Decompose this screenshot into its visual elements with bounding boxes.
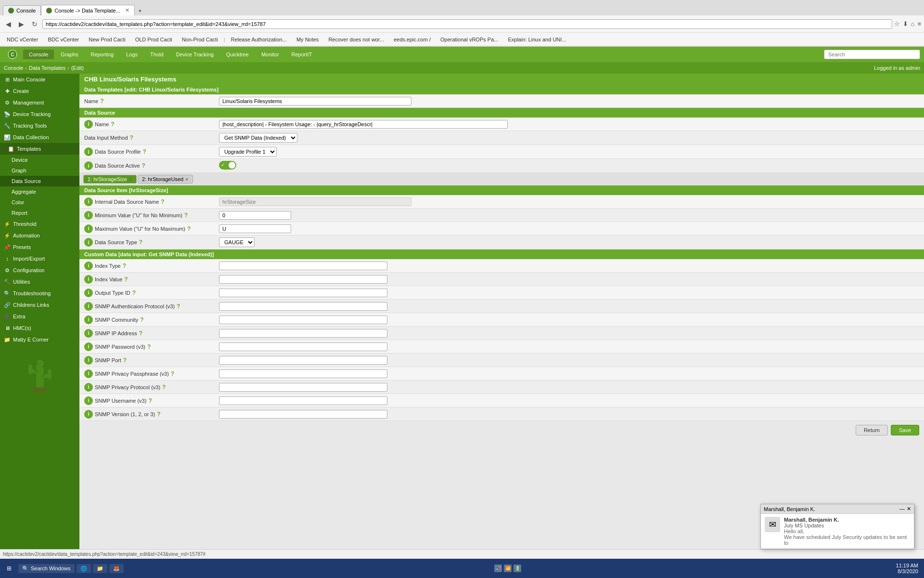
sidebar-item-tracking-tools[interactable]: 🔧 Tracking Tools (0, 120, 79, 131)
sidebar-item-configuration[interactable]: ⚙ Configuration (0, 264, 79, 276)
custom-field-input-2[interactable] (219, 289, 387, 297)
name-help-icon[interactable]: ? (100, 98, 103, 105)
app-tab-reportit[interactable]: ReportIT (286, 50, 318, 59)
sidebar-item-automation[interactable]: ⚡ Automation (0, 230, 79, 241)
custom-field-help-9[interactable]: ? (162, 384, 166, 391)
reload-button[interactable]: ↻ (29, 19, 40, 29)
custom-field-info-1[interactable]: i (84, 275, 93, 284)
sidebar-item-templates[interactable]: 📋 Templates (0, 143, 79, 155)
min-value-input[interactable] (219, 211, 291, 220)
breadcrumb-console[interactable]: Console (4, 65, 23, 71)
ds-tab-2[interactable]: 2: hrStorageUsed ✕ (138, 175, 193, 184)
search-taskbar[interactable]: 🔍 Search Windows (18, 564, 75, 567)
breadcrumb-data-templates[interactable]: Data Templates (29, 65, 65, 71)
custom-field-info-5[interactable]: i (84, 329, 93, 338)
start-button[interactable]: ⊞ (2, 563, 16, 567)
home-icon[interactable]: ⌂ (911, 20, 915, 27)
app-tab-device-tracking[interactable]: Device Tracking (170, 50, 219, 59)
custom-field-help-0[interactable]: ? (123, 263, 126, 269)
taskbar-firefox[interactable]: 🦊 (109, 564, 124, 567)
ds-profile-select[interactable]: Upgrade Profile 1 (219, 147, 277, 157)
custom-field-help-3[interactable]: ? (177, 303, 180, 310)
min-value-info-btn[interactable]: i (84, 211, 93, 220)
ds-name-input[interactable] (219, 120, 508, 129)
custom-field-info-3[interactable]: i (84, 302, 93, 311)
bookmark-new-prod-cacti[interactable]: New Prod Cacti (85, 36, 129, 43)
ds-name-help-icon[interactable]: ? (111, 121, 114, 128)
app-tab-reporting[interactable]: Reporting (85, 50, 119, 59)
tab-close-datatemplate[interactable]: ✕ (125, 7, 129, 13)
custom-field-help-1[interactable]: ? (124, 276, 128, 283)
save-button[interactable]: Save (891, 425, 919, 435)
new-tab-button[interactable]: + (135, 6, 145, 15)
sidebar-item-presets[interactable]: 📌 Presets (0, 241, 79, 253)
app-tab-monitor[interactable]: Monitor (256, 50, 285, 59)
ds-active-info-btn[interactable]: i (84, 161, 93, 170)
taskbar-explorer[interactable]: 📁 (93, 564, 107, 567)
custom-field-info-2[interactable]: i (84, 289, 93, 297)
ds-type-help-icon[interactable]: ? (139, 239, 142, 246)
back-button[interactable]: ◀ (3, 19, 14, 29)
sidebar-item-aggregate[interactable]: Aggregate (0, 186, 79, 197)
tab-datatemplate[interactable]: Console -> Data Template... ✕ (41, 5, 134, 15)
bookmark-my-notes[interactable]: My Notes (293, 36, 322, 43)
ds-active-help-icon[interactable]: ? (142, 162, 145, 169)
custom-field-help-10[interactable]: ? (148, 397, 152, 404)
custom-field-help-6[interactable]: ? (147, 343, 151, 350)
max-value-info-btn[interactable]: i (84, 224, 93, 233)
bookmark-ndc-vcenter[interactable]: NDC vCenter (3, 36, 42, 43)
ds-profile-info-btn[interactable]: i (84, 147, 93, 156)
data-input-method-select[interactable]: Get SNMP Data (Indexed) (219, 133, 297, 143)
sidebar-item-device-tracking[interactable]: 📡 Device Tracking (0, 108, 79, 120)
sidebar-item-color[interactable]: Color (0, 197, 79, 208)
tray-icon-2[interactable]: 📶 (504, 565, 512, 567)
custom-field-info-4[interactable]: i (84, 315, 93, 324)
bookmark-release-auth[interactable]: Release Authorization... (227, 36, 291, 43)
address-bar[interactable] (42, 19, 892, 29)
app-tab-logs[interactable]: Logs (120, 50, 143, 59)
notification-minimize[interactable]: — (899, 506, 905, 512)
taskbar-browser[interactable]: 🌐 (77, 564, 91, 567)
ds-tab-1[interactable]: 1: hrStorageSize ✕ (83, 175, 137, 184)
bookmark-recover[interactable]: Recover does not wor... (324, 36, 388, 43)
bookmark-bdc-vcenter[interactable]: BDC vCenter (44, 36, 83, 43)
bookmark-non-prod-cacti[interactable]: Non-Prod Cacti (178, 36, 222, 43)
sidebar-item-create[interactable]: ✚ Create (0, 85, 79, 97)
custom-field-input-0[interactable] (219, 262, 387, 270)
bookmark-eeds-epic[interactable]: eeds.epic.com / (390, 36, 435, 43)
tray-icon-1[interactable]: 🔊 (494, 565, 502, 567)
forward-button[interactable]: ▶ (16, 19, 27, 29)
sidebar-item-data-collection[interactable]: 📊 Data Collection (0, 131, 79, 143)
sidebar-item-import-export[interactable]: ↕ Import/Export (0, 253, 79, 264)
max-value-help-icon[interactable]: ? (187, 225, 191, 232)
ds-tab-2-close[interactable]: ✕ (185, 177, 189, 182)
custom-field-help-5[interactable]: ? (139, 330, 142, 337)
sidebar-item-threshold[interactable]: ⚡ Threshold (0, 218, 79, 230)
min-value-help-icon[interactable]: ? (184, 212, 188, 219)
return-button[interactable]: Return (856, 425, 888, 435)
app-tab-console[interactable]: Console (23, 50, 54, 59)
custom-field-info-11[interactable]: i (84, 410, 93, 419)
ds-type-select[interactable]: GAUGE (219, 237, 255, 247)
custom-field-help-8[interactable]: ? (171, 370, 174, 377)
bookmark-star-icon[interactable]: ☆ (894, 20, 900, 27)
sidebar-item-graph[interactable]: Graph (0, 165, 79, 176)
name-input[interactable] (219, 97, 411, 105)
sidebar-item-main-console[interactable]: ⊞ Main Console (0, 74, 79, 85)
tab-console[interactable]: Console (3, 5, 41, 15)
sidebar-item-matty-e-corner[interactable]: 📁 Matty E Corner (0, 334, 79, 345)
data-input-method-help-icon[interactable]: ? (130, 134, 133, 141)
ds-profile-help-icon[interactable]: ? (142, 148, 146, 155)
custom-field-help-4[interactable]: ? (140, 316, 143, 323)
custom-field-input-9[interactable] (219, 383, 387, 392)
ds-name-info-btn[interactable]: i (84, 120, 93, 129)
custom-field-info-6[interactable]: i (84, 342, 93, 351)
sidebar-item-extra[interactable]: ➕ Extra (0, 311, 79, 322)
sidebar-item-childrens-links[interactable]: 🔗 Childrens Links (0, 299, 79, 311)
custom-field-help-11[interactable]: ? (157, 411, 160, 418)
internal-ds-name-input[interactable] (219, 197, 411, 206)
bookmark-vrops[interactable]: Operational vROPs Pa... (436, 36, 502, 43)
ds-tab-1-close[interactable]: ✕ (128, 177, 132, 182)
custom-field-input-1[interactable] (219, 275, 387, 284)
sidebar-item-hmc[interactable]: 🖥 HMC(s) (0, 322, 79, 334)
